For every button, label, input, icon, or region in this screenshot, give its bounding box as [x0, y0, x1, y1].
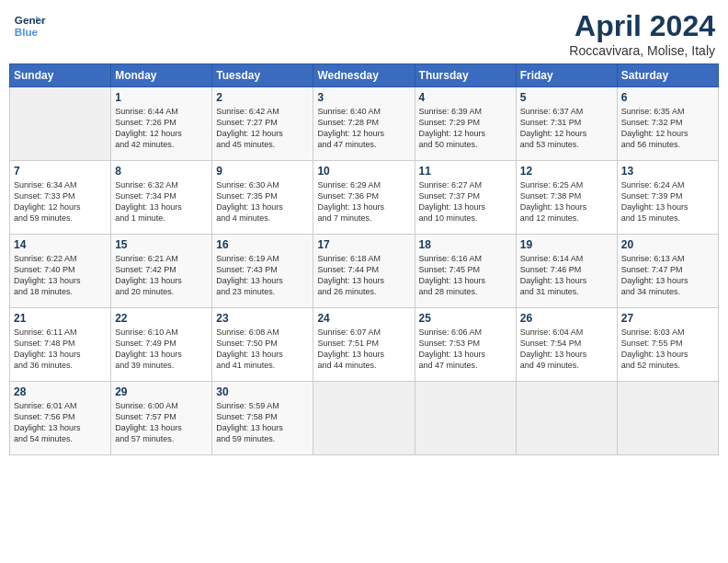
calendar-cell: 16Sunrise: 6:19 AM Sunset: 7:43 PM Dayli…: [212, 235, 313, 308]
day-info: Sunrise: 6:34 AM Sunset: 7:33 PM Dayligh…: [14, 179, 107, 224]
calendar-cell: 10Sunrise: 6:29 AM Sunset: 7:36 PM Dayli…: [313, 161, 415, 235]
day-info: Sunrise: 6:44 AM Sunset: 7:26 PM Dayligh…: [115, 106, 208, 151]
logo: General Blue: [13, 9, 46, 42]
day-number: 18: [419, 238, 512, 251]
calendar-cell: 3Sunrise: 6:40 AM Sunset: 7:28 PM Daylig…: [313, 87, 415, 161]
day-info: Sunrise: 6:37 AM Sunset: 7:31 PM Dayligh…: [520, 106, 613, 151]
day-number: 4: [419, 91, 512, 104]
month-year-title: April 2024: [569, 9, 715, 43]
day-number: 22: [115, 312, 208, 325]
day-number: 27: [621, 312, 714, 325]
day-info: Sunrise: 5:59 AM Sunset: 7:58 PM Dayligh…: [216, 400, 309, 445]
day-info: Sunrise: 6:08 AM Sunset: 7:50 PM Dayligh…: [216, 327, 309, 372]
day-info: Sunrise: 6:29 AM Sunset: 7:36 PM Dayligh…: [317, 179, 410, 224]
day-number: 7: [14, 165, 107, 178]
calendar-cell: 18Sunrise: 6:16 AM Sunset: 7:45 PM Dayli…: [415, 235, 516, 308]
location-subtitle: Roccavivara, Molise, Italy: [569, 43, 715, 58]
calendar-cell: 2Sunrise: 6:42 AM Sunset: 7:27 PM Daylig…: [212, 87, 313, 161]
day-number: 10: [317, 165, 410, 178]
calendar-cell: [10, 87, 111, 161]
day-number: 24: [317, 312, 410, 325]
day-number: 12: [520, 165, 613, 178]
calendar-cell: 26Sunrise: 6:04 AM Sunset: 7:54 PM Dayli…: [516, 308, 617, 382]
day-info: Sunrise: 6:11 AM Sunset: 7:48 PM Dayligh…: [14, 327, 107, 372]
day-number: 29: [115, 385, 208, 398]
day-info: Sunrise: 6:39 AM Sunset: 7:29 PM Dayligh…: [419, 106, 512, 151]
calendar-cell: 27Sunrise: 6:03 AM Sunset: 7:55 PM Dayli…: [617, 308, 718, 382]
calendar-cell: 24Sunrise: 6:07 AM Sunset: 7:51 PM Dayli…: [313, 308, 415, 382]
calendar-table: SundayMondayTuesdayWednesdayThursdayFrid…: [9, 63, 719, 455]
weekday-header-tuesday: Tuesday: [212, 64, 313, 87]
calendar-cell: 23Sunrise: 6:08 AM Sunset: 7:50 PM Dayli…: [212, 308, 313, 382]
weekday-header-sunday: Sunday: [10, 64, 111, 87]
calendar-cell: 20Sunrise: 6:13 AM Sunset: 7:47 PM Dayli…: [617, 235, 718, 308]
day-info: Sunrise: 6:35 AM Sunset: 7:32 PM Dayligh…: [621, 106, 714, 151]
calendar-cell: 22Sunrise: 6:10 AM Sunset: 7:49 PM Dayli…: [111, 308, 212, 382]
weekday-header-row: SundayMondayTuesdayWednesdayThursdayFrid…: [10, 64, 719, 87]
calendar-cell: [516, 382, 617, 455]
title-block: April 2024 Roccavivara, Molise, Italy: [569, 9, 715, 58]
day-number: 14: [14, 238, 107, 251]
calendar-week-row: 21Sunrise: 6:11 AM Sunset: 7:48 PM Dayli…: [10, 308, 719, 382]
day-info: Sunrise: 6:19 AM Sunset: 7:43 PM Dayligh…: [216, 253, 309, 298]
day-info: Sunrise: 6:14 AM Sunset: 7:46 PM Dayligh…: [520, 253, 613, 298]
day-info: Sunrise: 6:32 AM Sunset: 7:34 PM Dayligh…: [115, 179, 208, 224]
calendar-week-row: 7Sunrise: 6:34 AM Sunset: 7:33 PM Daylig…: [10, 161, 719, 235]
day-number: 23: [216, 312, 309, 325]
logo-icon: General Blue: [13, 9, 46, 42]
day-number: 1: [115, 91, 208, 104]
day-info: Sunrise: 6:13 AM Sunset: 7:47 PM Dayligh…: [621, 253, 714, 298]
day-info: Sunrise: 6:10 AM Sunset: 7:49 PM Dayligh…: [115, 327, 208, 372]
calendar-cell: 21Sunrise: 6:11 AM Sunset: 7:48 PM Dayli…: [10, 308, 111, 382]
day-info: Sunrise: 6:07 AM Sunset: 7:51 PM Dayligh…: [317, 327, 410, 372]
weekday-header-thursday: Thursday: [415, 64, 516, 87]
day-number: 19: [520, 238, 613, 251]
day-number: 16: [216, 238, 309, 251]
calendar-cell: 1Sunrise: 6:44 AM Sunset: 7:26 PM Daylig…: [111, 87, 212, 161]
calendar-cell: 7Sunrise: 6:34 AM Sunset: 7:33 PM Daylig…: [10, 161, 111, 235]
calendar-cell: 25Sunrise: 6:06 AM Sunset: 7:53 PM Dayli…: [415, 308, 516, 382]
day-info: Sunrise: 6:27 AM Sunset: 7:37 PM Dayligh…: [419, 179, 512, 224]
day-info: Sunrise: 6:25 AM Sunset: 7:38 PM Dayligh…: [520, 179, 613, 224]
day-info: Sunrise: 6:30 AM Sunset: 7:35 PM Dayligh…: [216, 179, 309, 224]
day-info: Sunrise: 6:00 AM Sunset: 7:57 PM Dayligh…: [115, 400, 208, 445]
calendar-cell: [415, 382, 516, 455]
calendar-week-row: 28Sunrise: 6:01 AM Sunset: 7:56 PM Dayli…: [10, 382, 719, 455]
calendar-cell: 14Sunrise: 6:22 AM Sunset: 7:40 PM Dayli…: [10, 235, 111, 308]
day-number: 13: [621, 165, 714, 178]
day-number: 15: [115, 238, 208, 251]
day-number: 26: [520, 312, 613, 325]
day-number: 20: [621, 238, 714, 251]
weekday-header-wednesday: Wednesday: [313, 64, 415, 87]
svg-text:Blue: Blue: [15, 26, 39, 38]
day-number: 2: [216, 91, 309, 104]
day-number: 9: [216, 165, 309, 178]
calendar-cell: 19Sunrise: 6:14 AM Sunset: 7:46 PM Dayli…: [516, 235, 617, 308]
day-info: Sunrise: 6:16 AM Sunset: 7:45 PM Dayligh…: [419, 253, 512, 298]
day-info: Sunrise: 6:21 AM Sunset: 7:42 PM Dayligh…: [115, 253, 208, 298]
calendar-cell: 6Sunrise: 6:35 AM Sunset: 7:32 PM Daylig…: [617, 87, 718, 161]
weekday-header-friday: Friday: [516, 64, 617, 87]
day-info: Sunrise: 6:22 AM Sunset: 7:40 PM Dayligh…: [14, 253, 107, 298]
day-info: Sunrise: 6:03 AM Sunset: 7:55 PM Dayligh…: [621, 327, 714, 372]
svg-text:General: General: [15, 14, 46, 26]
day-info: Sunrise: 6:42 AM Sunset: 7:27 PM Dayligh…: [216, 106, 309, 151]
calendar-cell: 29Sunrise: 6:00 AM Sunset: 7:57 PM Dayli…: [111, 382, 212, 455]
calendar-week-row: 14Sunrise: 6:22 AM Sunset: 7:40 PM Dayli…: [10, 235, 719, 308]
calendar-cell: 8Sunrise: 6:32 AM Sunset: 7:34 PM Daylig…: [111, 161, 212, 235]
day-info: Sunrise: 6:18 AM Sunset: 7:44 PM Dayligh…: [317, 253, 410, 298]
day-number: 6: [621, 91, 714, 104]
calendar-week-row: 1Sunrise: 6:44 AM Sunset: 7:26 PM Daylig…: [10, 87, 719, 161]
calendar-cell: [313, 382, 415, 455]
calendar-cell: 30Sunrise: 5:59 AM Sunset: 7:58 PM Dayli…: [212, 382, 313, 455]
calendar-cell: [617, 382, 718, 455]
calendar-cell: 17Sunrise: 6:18 AM Sunset: 7:44 PM Dayli…: [313, 235, 415, 308]
day-info: Sunrise: 6:01 AM Sunset: 7:56 PM Dayligh…: [14, 400, 107, 445]
calendar-cell: 15Sunrise: 6:21 AM Sunset: 7:42 PM Dayli…: [111, 235, 212, 308]
calendar-cell: 13Sunrise: 6:24 AM Sunset: 7:39 PM Dayli…: [617, 161, 718, 235]
day-info: Sunrise: 6:04 AM Sunset: 7:54 PM Dayligh…: [520, 327, 613, 372]
weekday-header-saturday: Saturday: [617, 64, 718, 87]
weekday-header-monday: Monday: [111, 64, 212, 87]
day-info: Sunrise: 6:40 AM Sunset: 7:28 PM Dayligh…: [317, 106, 410, 151]
day-number: 5: [520, 91, 613, 104]
